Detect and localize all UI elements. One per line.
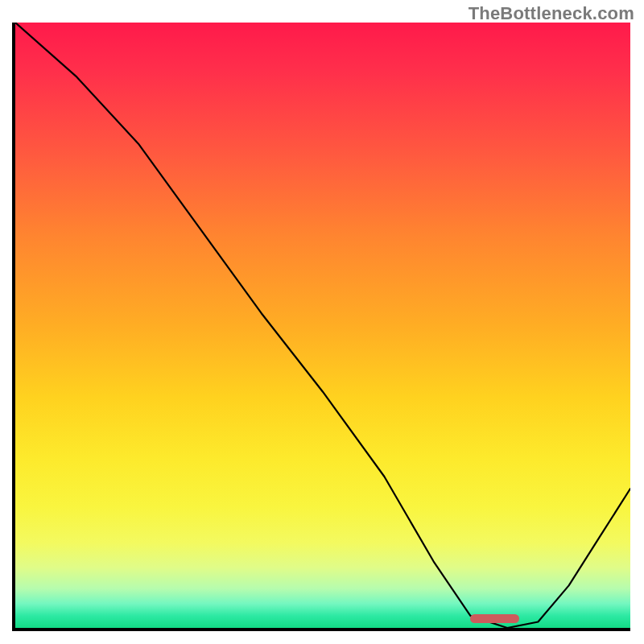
bottleneck-curve-path: [15, 23, 630, 628]
chart-container: TheBottleneck.com: [0, 0, 644, 644]
optimal-range-marker: [470, 614, 519, 623]
curve-svg: [15, 23, 630, 628]
plot-area: [12, 23, 630, 631]
watermark-text: TheBottleneck.com: [469, 3, 634, 24]
